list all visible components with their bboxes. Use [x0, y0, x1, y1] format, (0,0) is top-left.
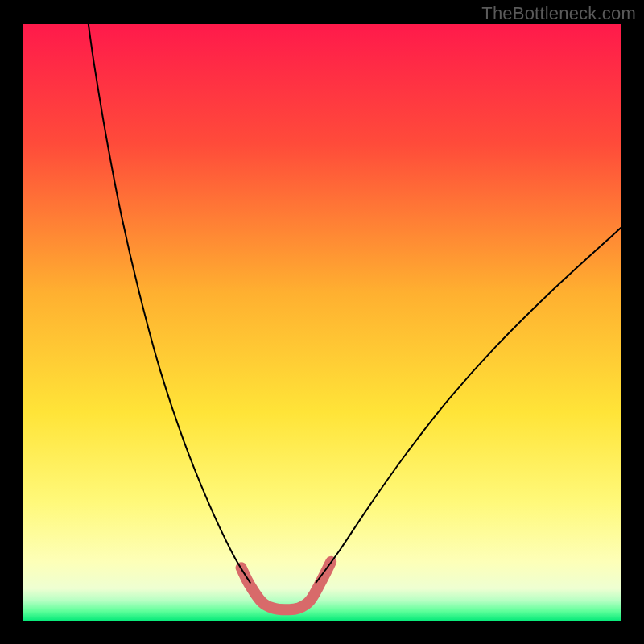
bottleneck-chart — [0, 0, 644, 644]
gradient-background — [23, 24, 621, 621]
chart-frame: TheBottleneck.com — [0, 0, 644, 644]
